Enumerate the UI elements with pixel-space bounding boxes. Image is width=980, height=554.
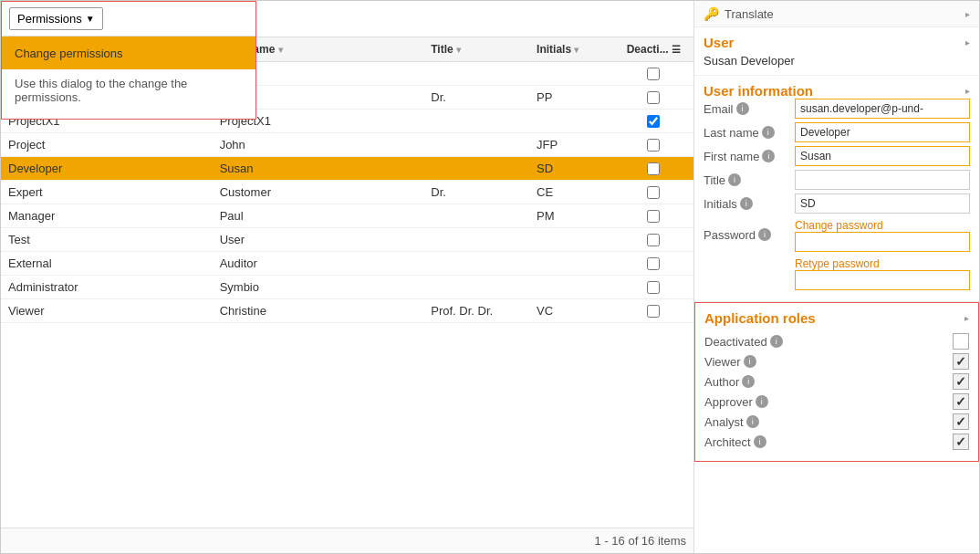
role-checkbox-analyst[interactable]: ✓ bbox=[953, 413, 969, 430]
cell-lastname: Test bbox=[1, 228, 213, 252]
cell-firstname: Christine bbox=[213, 299, 424, 323]
cell-deactivated[interactable] bbox=[614, 204, 693, 228]
deactivated-checkbox[interactable] bbox=[647, 162, 660, 175]
translate-collapse-icon[interactable]: ▸ bbox=[965, 9, 970, 19]
permissions-menu-button[interactable]: Permissions ▼ bbox=[9, 7, 103, 30]
user-info-section-header: User information ▸ bbox=[704, 83, 970, 99]
role-row: Architect i ✓ bbox=[704, 434, 969, 450]
col-header-deactivated[interactable]: Deacti... ☰ bbox=[614, 37, 693, 62]
cell-deactivated[interactable] bbox=[614, 181, 693, 204]
cell-title: Dr. bbox=[423, 181, 529, 204]
app-roles-arrow-icon[interactable]: ▸ bbox=[964, 313, 969, 323]
cell-deactivated[interactable] bbox=[614, 276, 693, 299]
permissions-dropdown: Permissions ▼ Change permissions Use thi… bbox=[1, 1, 256, 120]
table-row[interactable]: Project John JFP bbox=[1, 133, 693, 157]
role-label: Analyst i bbox=[704, 415, 953, 429]
deactivated-checkbox[interactable] bbox=[647, 186, 660, 199]
col-header-title[interactable]: Title ▾ bbox=[423, 37, 529, 62]
email-input[interactable] bbox=[795, 99, 970, 119]
cell-deactivated[interactable] bbox=[614, 299, 693, 323]
table-row[interactable]: Viewer Christine Prof. Dr. Dr. VC bbox=[1, 299, 693, 323]
initials-label: Initials i bbox=[704, 197, 795, 211]
user-section-header: User ▸ bbox=[704, 35, 970, 50]
email-info-icon[interactable]: i bbox=[736, 102, 749, 115]
cell-deactivated[interactable] bbox=[614, 228, 693, 252]
cell-firstname: Paul bbox=[213, 204, 424, 228]
role-info-icon[interactable]: i bbox=[746, 415, 759, 428]
role-row: Viewer i ✓ bbox=[704, 353, 969, 370]
checkmark-icon: ✓ bbox=[955, 394, 966, 409]
cell-deactivated[interactable] bbox=[614, 110, 693, 133]
firstname-input[interactable] bbox=[795, 146, 970, 166]
role-info-icon[interactable]: i bbox=[770, 335, 783, 348]
retype-password-label[interactable]: Retype password bbox=[795, 257, 970, 270]
table-row[interactable]: External Auditor bbox=[1, 252, 693, 276]
lastname-input[interactable] bbox=[795, 122, 970, 142]
change-permissions-item[interactable]: Change permissions bbox=[2, 37, 255, 69]
cell-deactivated[interactable] bbox=[614, 157, 693, 181]
translate-label: Translate bbox=[725, 7, 774, 21]
deactivated-checkbox[interactable] bbox=[647, 305, 660, 318]
role-checkbox-architect[interactable]: ✓ bbox=[953, 434, 969, 450]
col-header-initials[interactable]: Initials ▾ bbox=[529, 37, 614, 62]
role-checkbox-approver[interactable]: ✓ bbox=[953, 393, 969, 410]
permissions-label: Permissions bbox=[17, 12, 82, 26]
cell-title bbox=[423, 276, 529, 299]
deactivated-checkbox[interactable] bbox=[647, 115, 660, 128]
deactivated-checkbox[interactable] bbox=[647, 234, 660, 246]
user-info-arrow-icon[interactable]: ▸ bbox=[965, 86, 970, 96]
email-field-row: Email i bbox=[704, 99, 970, 119]
password-info-icon[interactable]: i bbox=[758, 228, 771, 241]
selected-user-name: Susan Developer bbox=[704, 54, 970, 68]
deactivated-checkbox[interactable] bbox=[647, 68, 660, 80]
user-section-arrow-icon[interactable]: ▸ bbox=[965, 37, 970, 47]
cell-initials bbox=[529, 228, 614, 252]
translate-bar: 🔑 Translate ▸ bbox=[694, 1, 979, 27]
user-info-section: User information ▸ Email i Last name i bbox=[694, 76, 979, 302]
title-input[interactable] bbox=[795, 170, 970, 190]
change-password-label[interactable]: Change password bbox=[795, 219, 970, 232]
deactivated-checkbox[interactable] bbox=[647, 281, 660, 294]
firstname-field-row: First name i bbox=[704, 146, 970, 166]
title-label: Title i bbox=[704, 173, 795, 187]
deactivated-checkbox[interactable] bbox=[647, 139, 660, 152]
roles-list: Deactivated i Viewer i ✓ Author i ✓ Appr… bbox=[704, 333, 969, 450]
role-label: Deactivated i bbox=[704, 335, 953, 349]
cell-deactivated[interactable] bbox=[614, 62, 693, 86]
password-input[interactable] bbox=[795, 232, 970, 252]
table-row[interactable]: Test User bbox=[1, 228, 693, 252]
role-checkbox-author[interactable]: ✓ bbox=[953, 373, 969, 390]
title-info-icon[interactable]: i bbox=[728, 173, 741, 186]
deactivated-checkbox[interactable] bbox=[647, 210, 660, 223]
dropdown-hint: Use this dialog to the change the permis… bbox=[2, 69, 255, 111]
right-panel: 🔑 Translate ▸ User ▸ Susan Developer Use… bbox=[694, 1, 979, 553]
retype-password-input[interactable] bbox=[795, 270, 970, 290]
deactivated-checkbox[interactable] bbox=[647, 91, 660, 104]
cell-deactivated[interactable] bbox=[614, 133, 693, 157]
firstname-info-icon[interactable]: i bbox=[762, 150, 775, 162]
role-info-icon[interactable]: i bbox=[742, 375, 755, 388]
table-row[interactable]: Developer Susan SD bbox=[1, 157, 693, 181]
role-info-icon[interactable]: i bbox=[754, 435, 766, 448]
role-info-icon[interactable]: i bbox=[756, 395, 768, 408]
cell-deactivated[interactable] bbox=[614, 252, 693, 276]
table-row[interactable]: Administrator Symbio bbox=[1, 276, 693, 299]
checkmark-icon: ✓ bbox=[955, 354, 966, 369]
initials-info-icon[interactable]: i bbox=[740, 197, 753, 210]
checkmark-icon: ✓ bbox=[955, 434, 966, 449]
table-row[interactable]: Expert Customer Dr. CE bbox=[1, 181, 693, 204]
initials-input[interactable] bbox=[795, 193, 970, 214]
table-row[interactable]: Manager Paul PM bbox=[1, 204, 693, 228]
cell-title bbox=[423, 228, 529, 252]
cell-deactivated[interactable] bbox=[614, 86, 693, 110]
role-checkbox-deactivated[interactable] bbox=[953, 333, 969, 350]
role-checkbox-viewer[interactable]: ✓ bbox=[953, 353, 969, 370]
lastname-field-row: Last name i bbox=[704, 122, 970, 142]
cell-initials: PM bbox=[529, 204, 614, 228]
deactivated-checkbox[interactable] bbox=[647, 257, 660, 270]
lastname-info-icon[interactable]: i bbox=[762, 126, 775, 139]
left-panel: Permissions ▼ Change permissions Use thi… bbox=[1, 1, 694, 553]
role-info-icon[interactable]: i bbox=[744, 355, 756, 368]
password-field-row: Password i Change password bbox=[704, 217, 970, 252]
cell-lastname: External bbox=[1, 252, 213, 276]
